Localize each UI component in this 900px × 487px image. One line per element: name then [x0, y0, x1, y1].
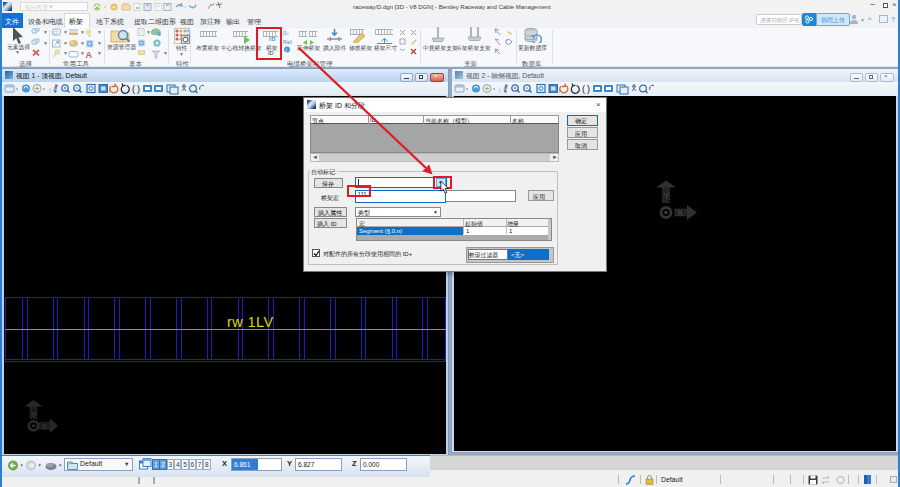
svg-text:(: ( — [132, 84, 135, 94]
svg-text:Y: Y — [31, 410, 37, 419]
svg-text:(: ( — [582, 84, 585, 94]
svg-text:Rail: Rail — [283, 39, 292, 45]
svg-text:): ) — [587, 84, 590, 94]
svg-text:0↓: 0↓ — [283, 30, 289, 36]
svg-text:i: i — [286, 47, 287, 53]
svg-text:): ) — [137, 84, 140, 94]
svg-text:X: X — [677, 208, 683, 218]
svg-text:Y: Y — [664, 191, 670, 201]
svg-text:A: A — [86, 50, 93, 59]
svg-text:X: X — [42, 422, 48, 431]
